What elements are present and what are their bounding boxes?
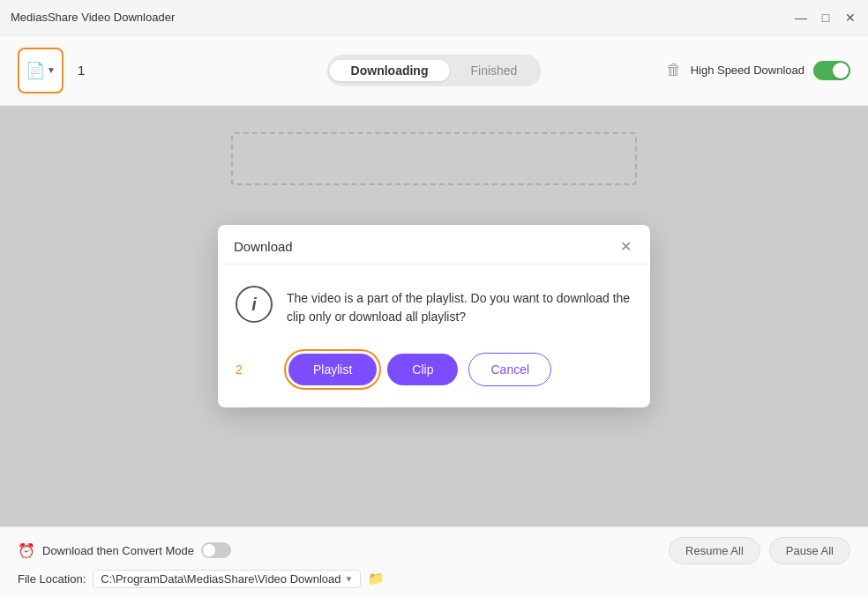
content-area: Download ✕ i The video is a part of the … bbox=[0, 106, 868, 526]
toolbar-right: 🗑 High Speed Download bbox=[666, 61, 850, 80]
download-dialog: Download ✕ i The video is a part of the … bbox=[218, 225, 650, 407]
clock-icon: ⏰ bbox=[18, 542, 35, 559]
file-path-dropdown-icon: ▼ bbox=[345, 574, 354, 584]
add-download-button[interactable]: 📄 ▼ bbox=[18, 48, 64, 93]
dropdown-arrow-icon: ▼ bbox=[47, 65, 56, 75]
close-button[interactable]: ✕ bbox=[843, 11, 857, 25]
minimize-button[interactable]: — bbox=[794, 11, 808, 25]
bottom-right-buttons: Resume All Pause All bbox=[669, 537, 850, 564]
row-number: 2 bbox=[236, 362, 243, 377]
maximize-button[interactable]: □ bbox=[819, 11, 833, 25]
high-speed-toggle[interactable] bbox=[813, 61, 850, 80]
pause-all-button[interactable]: Pause All bbox=[769, 537, 850, 564]
convert-mode-row: ⏰ Download then Convert Mode Resume All … bbox=[18, 537, 850, 564]
add-icon: 📄 bbox=[26, 61, 45, 80]
app-title: MediasShare Video Downloader bbox=[11, 11, 175, 24]
tab-downloading[interactable]: Downloading bbox=[330, 60, 450, 81]
playlist-button[interactable]: Playlist bbox=[288, 354, 377, 385]
modal-title: Download bbox=[234, 239, 293, 254]
high-speed-label: High Speed Download bbox=[691, 63, 804, 77]
resume-all-button[interactable]: Resume All bbox=[669, 537, 760, 564]
file-path-text: C:\ProgramData\MediasShare\Video Downloa… bbox=[101, 572, 340, 586]
file-path-selector[interactable]: C:\ProgramData\MediasShare\Video Downloa… bbox=[93, 570, 361, 588]
modal-footer: 2 Playlist Clip Cancel bbox=[218, 344, 650, 407]
modal-body: i The video is a part of the playlist. D… bbox=[218, 265, 650, 344]
trash-icon[interactable]: 🗑 bbox=[666, 61, 682, 79]
tab-finished[interactable]: Finished bbox=[449, 60, 538, 81]
convert-mode-toggle[interactable] bbox=[201, 542, 231, 558]
tab-switcher: Downloading Finished bbox=[327, 55, 542, 86]
clip-button[interactable]: Clip bbox=[387, 354, 458, 385]
cancel-button[interactable]: Cancel bbox=[468, 353, 551, 386]
info-icon: i bbox=[236, 286, 273, 323]
title-bar: MediasShare Video Downloader — □ ✕ bbox=[0, 0, 868, 35]
modal-header: Download ✕ bbox=[218, 225, 650, 265]
convert-toggle-knob bbox=[203, 544, 215, 556]
main-window: 📄 ▼ 1 Downloading Finished 🗑 High Speed … bbox=[0, 35, 868, 597]
toggle-knob bbox=[833, 63, 849, 78]
modal-close-button[interactable]: ✕ bbox=[617, 237, 634, 255]
toolbar: 📄 ▼ 1 Downloading Finished 🗑 High Speed … bbox=[0, 35, 868, 106]
modal-overlay: Download ✕ i The video is a part of the … bbox=[0, 106, 868, 526]
file-location-label: File Location: bbox=[18, 572, 86, 586]
modal-message: The video is a part of the playlist. Do … bbox=[287, 286, 632, 326]
bottom-bar: ⏰ Download then Convert Mode Resume All … bbox=[0, 526, 868, 597]
file-location-row: File Location: C:\ProgramData\MediasShar… bbox=[18, 570, 850, 588]
open-folder-icon[interactable]: 📁 bbox=[368, 571, 385, 586]
convert-mode-label: Download then Convert Mode bbox=[42, 544, 194, 557]
download-counter: 1 bbox=[78, 63, 85, 78]
